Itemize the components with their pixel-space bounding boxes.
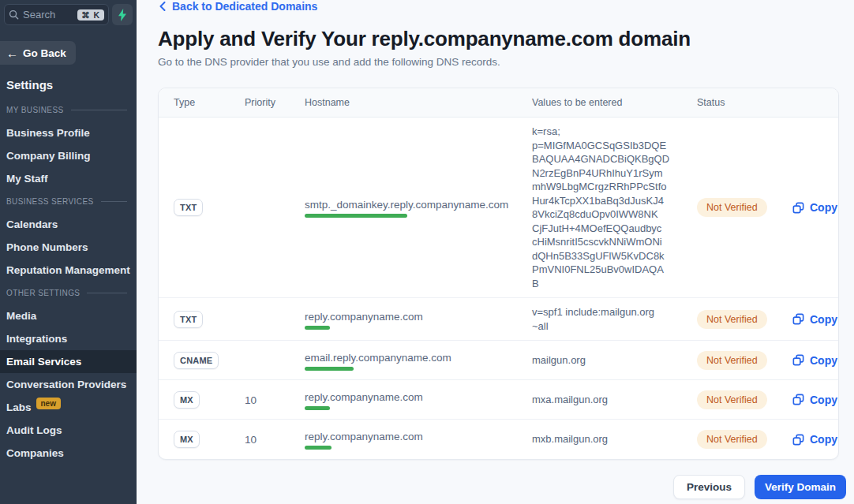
copy-icon [792,312,805,326]
copy-button[interactable]: Copy [792,393,837,406]
hostname-underline [305,214,407,218]
copy-label: Copy [810,354,837,367]
record-type-badge: TXT [174,311,203,328]
record-type-badge: MX [174,431,200,448]
table-body: TXT smtp._domainkey.reply.companyname.co… [159,118,838,459]
status-badge: Not Verified [697,310,767,329]
copy-label: Copy [810,433,837,446]
back-link-label: Back to Dedicated Domains [172,0,317,13]
sidebar-item-reputation-management[interactable]: Reputation Management [0,259,137,282]
priority-value: 10 [245,434,257,446]
section-divider [101,201,127,202]
status-badge: Not Verified [697,430,767,449]
table-row: TXT reply.companyname.com v=spf1 include… [159,298,838,341]
sidebar: Search ⌘ K ← Go Back Settings MY BUSINES… [0,0,137,504]
sidebar-section-header: BUSINESS SERVICES [0,190,137,213]
keyboard-shortcut-badge: ⌘ K [77,9,104,21]
copy-icon [792,353,805,367]
new-badge: new [36,398,61,409]
sidebar-item-phone-numbers[interactable]: Phone Numbers [0,236,137,259]
table-row: TXT smtp._domainkey.reply.companyname.co… [159,118,838,298]
sidebar-item-media[interactable]: Media [0,304,137,327]
main-content: Back to Dedicated Domains Apply and Veri… [137,0,854,499]
go-back-button[interactable]: ← Go Back [0,41,76,65]
sidebar-title: Settings [6,78,137,91]
page-subtitle: Go to the DNS provider that you use and … [158,54,839,69]
priority-value: 10 [245,394,257,406]
record-type-badge: MX [174,391,200,409]
search-input[interactable]: Search ⌘ K [4,4,109,25]
hostname-underline [305,326,330,330]
sidebar-nav: MY BUSINESS Business Profile Company Bil… [0,99,137,465]
table-row: MX 10 reply.companyname.com mxa.mailgun.… [159,380,838,420]
record-value: v=spf1 include:mailgun.org ~all [532,305,697,333]
record-type-badge: CNAME [174,352,219,369]
dns-records-card: TypePriorityHostnameValues to be entered… [158,88,839,460]
copy-button[interactable]: Copy [792,312,837,326]
column-header-value: Values to be entered [532,97,697,108]
status-badge: Not Verified [697,351,767,370]
hostname-underline [305,446,331,450]
back-to-dedicated-domains-link[interactable]: Back to Dedicated Domains [159,0,317,13]
sidebar-section-header: OTHER SETTINGS [0,282,137,304]
lightning-bolt-icon [118,9,127,21]
copy-label: Copy [810,394,837,406]
hostname-value: email.reply.companyname.com [305,352,451,364]
hostname-value: reply.companyname.com [305,311,423,323]
sidebar-item-labs[interactable]: Labs new [0,396,137,419]
sidebar-item-integrations[interactable]: Integrations [0,327,137,350]
chevron-left-icon [159,2,166,11]
sidebar-item-calendars[interactable]: Calendars [0,213,137,236]
verify-domain-button[interactable]: Verify Domain [755,475,846,499]
record-value: mxa.mailgun.org [532,393,697,407]
section-divider [71,110,127,110]
copy-icon [792,201,805,215]
record-value: k=rsa; p=MIGfMA0GCSqGSIb3DQE BAQUAA4GNAD… [532,125,697,290]
copy-button[interactable]: Copy [792,433,837,446]
record-value: mailgun.org [532,353,697,368]
hostname-value: reply.companyname.com [305,391,423,403]
section-divider [87,293,127,293]
search-placeholder: Search [23,9,55,21]
copy-button[interactable]: Copy [792,201,837,215]
table-header-row: TypePriorityHostnameValues to be entered… [159,88,838,118]
hostname-value: reply.companyname.com [305,431,423,442]
record-type-badge: TXT [174,199,203,216]
column-header-priority: Priority [245,97,305,108]
status-badge: Not Verified [697,390,767,409]
search-icon [9,9,19,20]
page-title: Apply and Verify Your reply.companyname.… [158,25,839,52]
sidebar-item-companies[interactable]: Companies [0,442,137,465]
sidebar-item-conversation-providers[interactable]: Conversation Providers [0,373,137,396]
sidebar-item-email-services[interactable]: Email Services [0,350,137,373]
table-row: MX 10 reply.companyname.com mxb.mailgun.… [159,420,838,459]
go-back-label: Go Back [23,47,66,59]
hostname-value: smtp._domainkey.reply.companyname.com [305,199,508,211]
search-row: Search ⌘ K [0,0,137,25]
quick-actions-button[interactable] [112,4,133,25]
hostname-underline [305,367,354,371]
sidebar-section-header: MY BUSINESS [0,99,137,121]
copy-label: Copy [810,201,837,214]
copy-label: Copy [810,313,837,326]
copy-button[interactable]: Copy [792,353,837,367]
column-header-status: Status [697,97,792,108]
sidebar-item-company-billing[interactable]: Company Billing [0,144,137,167]
sidebar-item-audit-logs[interactable]: Audit Logs [0,419,137,442]
table-row: CNAME email.reply.companyname.com mailgu… [159,341,838,380]
column-header-type: Type [159,97,245,108]
column-header-hostname: Hostname [305,97,532,108]
copy-icon [792,433,805,446]
sidebar-item-business-profile[interactable]: Business Profile [0,121,137,144]
record-value: mxb.mailgun.org [532,432,697,446]
footer-buttons: Previous Verify Domain [158,475,846,499]
previous-button[interactable]: Previous [673,475,745,499]
hostname-underline [305,406,330,410]
status-badge: Not Verified [697,198,767,217]
copy-icon [792,393,805,406]
sidebar-item-my-staff[interactable]: My Staff [0,167,137,190]
back-arrow-icon: ← [6,47,18,59]
